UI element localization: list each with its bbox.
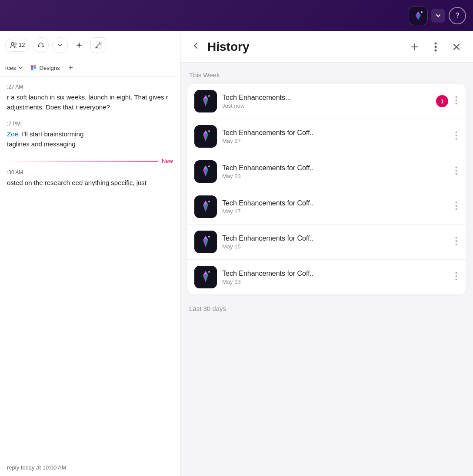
left-toolbar: 12: [0, 31, 180, 59]
svg-point-36: [456, 237, 457, 238]
history-item-name-2: Tech Enhancements for Coff..: [222, 129, 448, 137]
resources-chevron-icon: [18, 65, 23, 70]
item-more-button-4[interactable]: [453, 200, 459, 214]
history-item-info-5: Tech Enhancements for Coff.. May 15: [222, 235, 448, 250]
left-panel: 12: [0, 31, 180, 476]
users-button[interactable]: 12: [5, 39, 30, 52]
unread-badge: 1: [436, 95, 448, 107]
help-button[interactable]: ?: [449, 7, 466, 24]
svg-point-33: [456, 208, 457, 210]
svg-point-27: [456, 170, 457, 172]
svg-point-2: [14, 43, 17, 45]
chevron-down-small-icon: [57, 43, 63, 48]
history-item-name-3: Tech Enhancements for Coff..: [222, 164, 448, 172]
svg-point-32: [456, 205, 457, 207]
app-icon-4: [194, 195, 217, 218]
history-item-info-3: Tech Enhancements for Coff.. May 23: [222, 164, 448, 179]
svg-point-28: [456, 173, 457, 175]
history-item-name-1: Tech Enhancements...: [222, 94, 431, 102]
mention-zoe[interactable]: Zoe: [7, 130, 18, 138]
history-item[interactable]: Tech Enhancements... Just now 1: [187, 84, 466, 119]
svg-point-11: [435, 42, 437, 44]
history-more-button[interactable]: [428, 39, 443, 55]
add-tab-button[interactable]: +: [67, 63, 75, 73]
history-item[interactable]: Tech Enhancements for Coff.. May 17: [187, 189, 466, 225]
sparkle-icon: [75, 41, 83, 50]
svg-point-1: [11, 43, 14, 45]
item-more-button-3[interactable]: [453, 165, 459, 179]
history-item-date-4: May 17: [222, 208, 448, 215]
item-more-button-2[interactable]: [453, 129, 459, 144]
new-messages-divider: New: [7, 158, 173, 164]
history-item-date-6: May 13: [222, 278, 448, 285]
svg-point-31: [456, 202, 457, 203]
history-item-info-6: Tech Enhancements for Coff.. May 13: [222, 270, 448, 285]
message-text-1: r a soft launch in six weeks, launch in …: [7, 93, 173, 112]
app-icon-1: [194, 90, 217, 112]
chevron-down-icon[interactable]: [431, 9, 445, 23]
svg-rect-10: [31, 66, 33, 69]
history-item[interactable]: Tech Enhancements for Coff.. May 15: [187, 225, 466, 260]
svg-point-13: [435, 49, 437, 51]
designs-tab[interactable]: Designs: [27, 63, 63, 73]
svg-point-41: [456, 272, 457, 274]
users-icon: [10, 42, 17, 49]
chevron-dropdown-button[interactable]: [52, 37, 68, 53]
history-header: History: [180, 31, 473, 63]
app-icon-2: [194, 125, 217, 148]
svg-point-12: [435, 46, 437, 48]
headphone-button[interactable]: [33, 37, 49, 53]
app-icon-5: [194, 231, 217, 253]
message-text-2: Zoe. I'll start brainstormingtaglines an…: [7, 129, 173, 149]
main-content: 12: [0, 31, 473, 476]
edit-button[interactable]: [90, 37, 106, 53]
svg-point-20: [208, 130, 210, 132]
resources-tab[interactable]: rces: [5, 65, 23, 71]
svg-point-23: [456, 138, 457, 139]
headphone-icon: [37, 41, 45, 49]
item-more-button-1[interactable]: [453, 94, 459, 109]
history-item[interactable]: Tech Enhancements for Coff.. May 27: [187, 119, 466, 154]
history-item-date-3: May 23: [222, 173, 448, 179]
edit-icon: [94, 41, 102, 49]
history-item-info-2: Tech Enhancements for Coff.. May 27: [222, 129, 448, 144]
item-more-button-5[interactable]: [453, 235, 459, 249]
svg-point-26: [456, 166, 457, 168]
svg-point-40: [208, 271, 210, 273]
app-icon-3: [194, 160, 217, 183]
history-item-name-6: Tech Enhancements for Coff..: [222, 270, 448, 278]
history-add-button[interactable]: [407, 39, 423, 55]
history-item-info-1: Tech Enhancements... Just now: [222, 94, 431, 109]
history-item-date-1: Just now: [222, 102, 431, 109]
svg-point-0: [421, 11, 423, 13]
last-30-days-label: Last 30 days: [187, 305, 466, 312]
history-item[interactable]: Tech Enhancements for Coff.. May 23: [187, 154, 466, 189]
message-text-3: osted on the research eed anything speci…: [7, 178, 173, 188]
divider-line: [7, 161, 158, 162]
top-bar: ?: [0, 0, 473, 31]
history-item-name-4: Tech Enhancements for Coff..: [222, 199, 448, 207]
svg-rect-3: [38, 46, 40, 47]
svg-point-37: [456, 240, 457, 242]
history-item-date-5: May 15: [222, 243, 448, 250]
item-more-button-6[interactable]: [453, 270, 459, 284]
history-list: Tech Enhancements... Just now 1: [187, 84, 466, 294]
new-label: New: [158, 158, 173, 164]
history-back-button[interactable]: [189, 39, 202, 54]
message-time-3: :30 AM: [7, 169, 173, 175]
sparkle-button[interactable]: [71, 37, 87, 53]
app-logo: [409, 6, 428, 25]
history-item[interactable]: Tech Enhancements for Coff.. May 13: [187, 260, 466, 294]
history-item-info-4: Tech Enhancements for Coff.. May 17: [222, 199, 448, 215]
history-close-button[interactable]: [449, 39, 464, 55]
message-time-1: :27 AM: [7, 84, 173, 90]
svg-point-42: [456, 275, 457, 277]
history-item-name-5: Tech Enhancements for Coff..: [222, 235, 448, 242]
history-title: History: [207, 40, 402, 54]
svg-point-16: [456, 96, 457, 98]
reply-bar: reply today at 10:00 AM: [0, 459, 180, 476]
svg-point-17: [456, 99, 457, 101]
history-body: This Week: [180, 63, 473, 476]
svg-point-9: [33, 66, 36, 69]
svg-point-35: [208, 236, 210, 238]
